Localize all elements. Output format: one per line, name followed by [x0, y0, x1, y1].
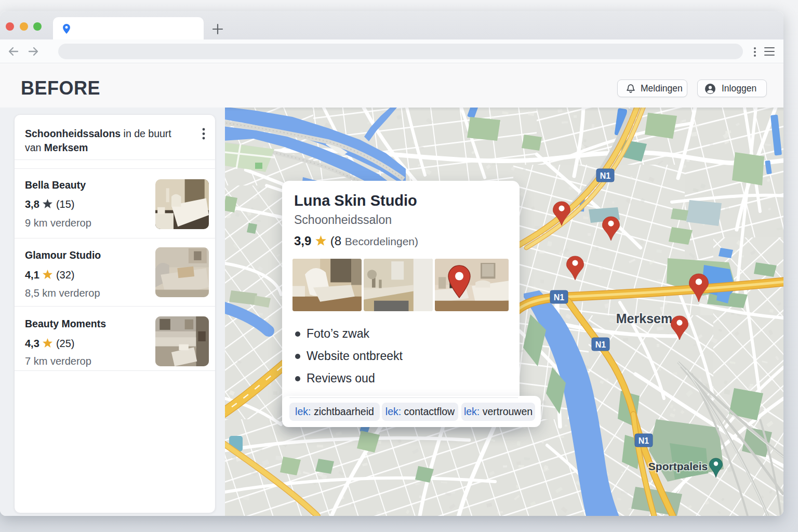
svg-text:N1: N1 [639, 436, 649, 445]
svg-text:N1: N1 [554, 293, 565, 302]
svg-text:Sportpaleis: Sportpaleis [648, 460, 708, 472]
svg-text:Merksem: Merksem [616, 311, 672, 326]
svg-text:N1: N1 [600, 171, 611, 180]
svg-text:N1: N1 [595, 340, 606, 349]
